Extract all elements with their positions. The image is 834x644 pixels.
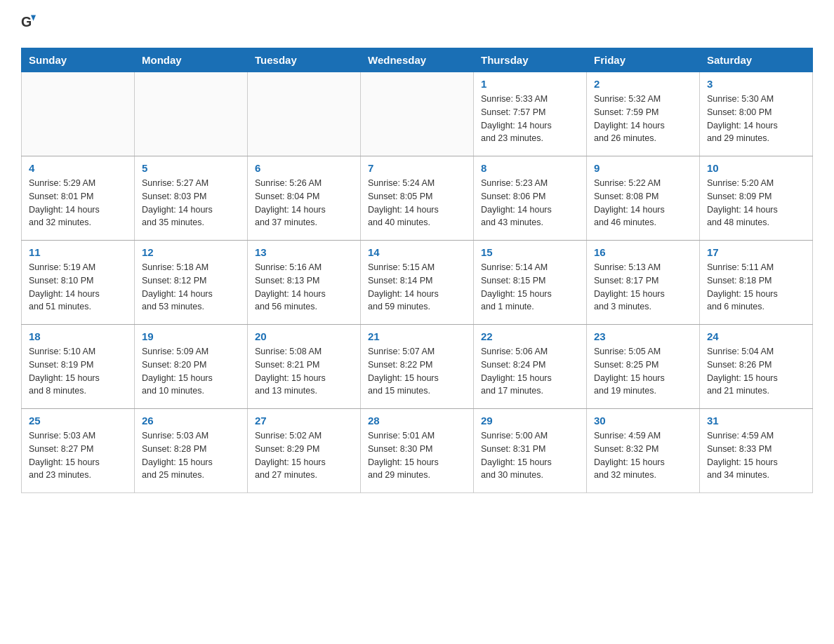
day-cell: 5Sunrise: 5:27 AM Sunset: 8:03 PM Daylig… — [135, 156, 248, 241]
day-cell: 21Sunrise: 5:07 AM Sunset: 8:22 PM Dayli… — [361, 325, 474, 409]
calendar-body: 1Sunrise: 5:33 AM Sunset: 7:57 PM Daylig… — [22, 72, 813, 493]
week-row-1: 1Sunrise: 5:33 AM Sunset: 7:57 PM Daylig… — [22, 72, 813, 156]
day-info: Sunrise: 5:11 AM Sunset: 8:18 PM Dayligh… — [707, 261, 805, 314]
day-number: 28 — [368, 415, 466, 427]
day-number: 5 — [142, 162, 240, 174]
day-info: Sunrise: 5:26 AM Sunset: 8:04 PM Dayligh… — [255, 177, 353, 229]
day-info: Sunrise: 5:02 AM Sunset: 8:29 PM Dayligh… — [255, 429, 353, 482]
day-info: Sunrise: 5:03 AM Sunset: 8:28 PM Dayligh… — [142, 429, 240, 482]
day-cell: 11Sunrise: 5:19 AM Sunset: 8:10 PM Dayli… — [22, 241, 135, 325]
day-info: Sunrise: 5:10 AM Sunset: 8:19 PM Dayligh… — [29, 345, 127, 398]
day-number: 18 — [29, 330, 127, 342]
day-info: Sunrise: 5:04 AM Sunset: 8:26 PM Dayligh… — [707, 345, 805, 398]
day-cell: 9Sunrise: 5:22 AM Sunset: 8:08 PM Daylig… — [587, 156, 700, 241]
day-info: Sunrise: 5:18 AM Sunset: 8:12 PM Dayligh… — [142, 261, 240, 314]
day-number: 6 — [255, 162, 353, 174]
day-info: Sunrise: 5:16 AM Sunset: 8:13 PM Dayligh… — [255, 261, 353, 314]
header-row: SundayMondayTuesdayWednesdayThursdayFrid… — [22, 48, 813, 72]
day-info: Sunrise: 5:07 AM Sunset: 8:22 PM Dayligh… — [368, 345, 466, 398]
day-info: Sunrise: 5:22 AM Sunset: 8:08 PM Dayligh… — [594, 177, 692, 229]
week-row-5: 25Sunrise: 5:03 AM Sunset: 8:27 PM Dayli… — [22, 409, 813, 493]
day-info: Sunrise: 5:15 AM Sunset: 8:14 PM Dayligh… — [368, 261, 466, 314]
day-cell — [22, 72, 135, 156]
day-cell: 23Sunrise: 5:05 AM Sunset: 8:25 PM Dayli… — [587, 325, 700, 409]
day-number: 30 — [594, 415, 692, 427]
day-info: Sunrise: 5:27 AM Sunset: 8:03 PM Dayligh… — [142, 177, 240, 229]
day-cell: 24Sunrise: 5:04 AM Sunset: 8:26 PM Dayli… — [700, 325, 813, 409]
day-cell: 31Sunrise: 4:59 AM Sunset: 8:33 PM Dayli… — [700, 409, 813, 493]
day-cell: 20Sunrise: 5:08 AM Sunset: 8:21 PM Dayli… — [248, 325, 361, 409]
day-number: 21 — [368, 330, 466, 342]
day-cell: 7Sunrise: 5:24 AM Sunset: 8:05 PM Daylig… — [361, 156, 474, 241]
day-number: 16 — [594, 246, 692, 258]
day-number: 8 — [481, 162, 579, 174]
day-number: 29 — [481, 415, 579, 427]
day-cell: 19Sunrise: 5:09 AM Sunset: 8:20 PM Dayli… — [135, 325, 248, 409]
day-info: Sunrise: 5:00 AM Sunset: 8:31 PM Dayligh… — [481, 429, 579, 482]
day-info: Sunrise: 5:23 AM Sunset: 8:06 PM Dayligh… — [481, 177, 579, 229]
day-cell: 1Sunrise: 5:33 AM Sunset: 7:57 PM Daylig… — [474, 72, 587, 156]
page-header: G — [21, 14, 813, 34]
day-info: Sunrise: 5:13 AM Sunset: 8:17 PM Dayligh… — [594, 261, 692, 314]
day-number: 11 — [29, 246, 127, 258]
header-cell-saturday: Saturday — [700, 48, 813, 72]
day-cell: 29Sunrise: 5:00 AM Sunset: 8:31 PM Dayli… — [474, 409, 587, 493]
day-number: 2 — [594, 78, 692, 90]
day-cell — [248, 72, 361, 156]
day-cell: 17Sunrise: 5:11 AM Sunset: 8:18 PM Dayli… — [700, 241, 813, 325]
day-number: 26 — [142, 415, 240, 427]
day-number: 1 — [481, 78, 579, 90]
day-cell: 15Sunrise: 5:14 AM Sunset: 8:15 PM Dayli… — [474, 241, 587, 325]
day-info: Sunrise: 5:06 AM Sunset: 8:24 PM Dayligh… — [481, 345, 579, 398]
day-info: Sunrise: 5:03 AM Sunset: 8:27 PM Dayligh… — [29, 429, 127, 482]
day-cell: 27Sunrise: 5:02 AM Sunset: 8:29 PM Dayli… — [248, 409, 361, 493]
logo: G — [21, 14, 45, 34]
day-number: 4 — [29, 162, 127, 174]
day-cell: 10Sunrise: 5:20 AM Sunset: 8:09 PM Dayli… — [700, 156, 813, 241]
day-info: Sunrise: 5:09 AM Sunset: 8:20 PM Dayligh… — [142, 345, 240, 398]
day-info: Sunrise: 5:05 AM Sunset: 8:25 PM Dayligh… — [594, 345, 692, 398]
day-info: Sunrise: 5:14 AM Sunset: 8:15 PM Dayligh… — [481, 261, 579, 314]
day-cell: 26Sunrise: 5:03 AM Sunset: 8:28 PM Dayli… — [135, 409, 248, 493]
day-number: 27 — [255, 415, 353, 427]
day-cell: 2Sunrise: 5:32 AM Sunset: 7:59 PM Daylig… — [587, 72, 700, 156]
day-cell: 16Sunrise: 5:13 AM Sunset: 8:17 PM Dayli… — [587, 241, 700, 325]
day-number: 23 — [594, 330, 692, 342]
day-number: 31 — [707, 415, 805, 427]
day-cell: 8Sunrise: 5:23 AM Sunset: 8:06 PM Daylig… — [474, 156, 587, 241]
day-cell: 6Sunrise: 5:26 AM Sunset: 8:04 PM Daylig… — [248, 156, 361, 241]
day-number: 19 — [142, 330, 240, 342]
day-number: 14 — [368, 246, 466, 258]
day-info: Sunrise: 5:20 AM Sunset: 8:09 PM Dayligh… — [707, 177, 805, 229]
day-cell: 4Sunrise: 5:29 AM Sunset: 8:01 PM Daylig… — [22, 156, 135, 241]
week-row-2: 4Sunrise: 5:29 AM Sunset: 8:01 PM Daylig… — [22, 156, 813, 241]
day-info: Sunrise: 5:33 AM Sunset: 7:57 PM Dayligh… — [481, 93, 579, 145]
day-info: Sunrise: 4:59 AM Sunset: 8:33 PM Dayligh… — [707, 429, 805, 482]
day-number: 22 — [481, 330, 579, 342]
day-cell: 22Sunrise: 5:06 AM Sunset: 8:24 PM Dayli… — [474, 325, 587, 409]
day-info: Sunrise: 5:08 AM Sunset: 8:21 PM Dayligh… — [255, 345, 353, 398]
day-number: 13 — [255, 246, 353, 258]
day-number: 20 — [255, 330, 353, 342]
day-cell: 12Sunrise: 5:18 AM Sunset: 8:12 PM Dayli… — [135, 241, 248, 325]
header-cell-thursday: Thursday — [474, 48, 587, 72]
day-info: Sunrise: 5:29 AM Sunset: 8:01 PM Dayligh… — [29, 177, 127, 229]
day-info: Sunrise: 5:30 AM Sunset: 8:00 PM Dayligh… — [707, 93, 805, 145]
day-cell — [135, 72, 248, 156]
calendar-header: SundayMondayTuesdayWednesdayThursdayFrid… — [22, 48, 813, 72]
day-info: Sunrise: 5:19 AM Sunset: 8:10 PM Dayligh… — [29, 261, 127, 314]
day-info: Sunrise: 5:01 AM Sunset: 8:30 PM Dayligh… — [368, 429, 466, 482]
day-number: 9 — [594, 162, 692, 174]
header-cell-sunday: Sunday — [22, 48, 135, 72]
day-number: 17 — [707, 246, 805, 258]
day-cell: 3Sunrise: 5:30 AM Sunset: 8:00 PM Daylig… — [700, 72, 813, 156]
day-number: 24 — [707, 330, 805, 342]
day-info: Sunrise: 4:59 AM Sunset: 8:32 PM Dayligh… — [594, 429, 692, 482]
header-cell-monday: Monday — [135, 48, 248, 72]
week-row-4: 18Sunrise: 5:10 AM Sunset: 8:19 PM Dayli… — [22, 325, 813, 409]
day-cell: 18Sunrise: 5:10 AM Sunset: 8:19 PM Dayli… — [22, 325, 135, 409]
header-cell-tuesday: Tuesday — [248, 48, 361, 72]
day-number: 25 — [29, 415, 127, 427]
day-cell: 25Sunrise: 5:03 AM Sunset: 8:27 PM Dayli… — [22, 409, 135, 493]
day-cell: 14Sunrise: 5:15 AM Sunset: 8:14 PM Dayli… — [361, 241, 474, 325]
